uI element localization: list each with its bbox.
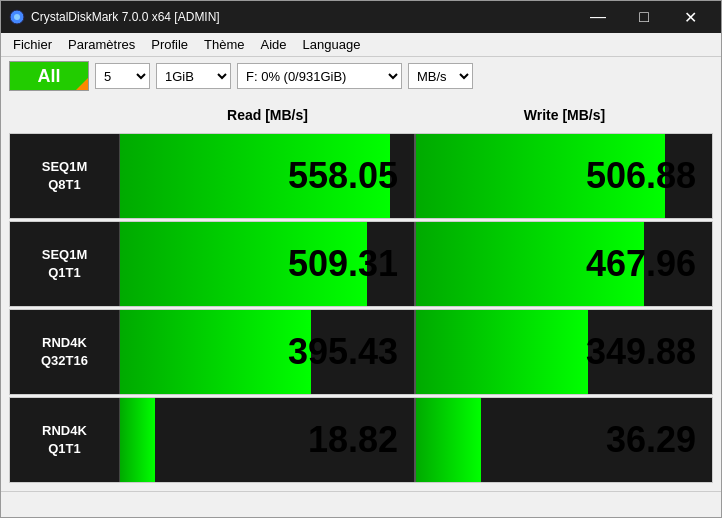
maximize-button[interactable]: □ xyxy=(621,1,667,33)
read-cell-2: 395.43 xyxy=(120,310,416,394)
app-window: CrystalDiskMark 7.0.0 x64 [ADMIN] — □ ✕ … xyxy=(0,0,722,518)
row-label-2: RND4K Q32T16 xyxy=(10,310,120,394)
table-row: RND4K Q32T16 395.43 349.88 xyxy=(9,309,713,395)
write-value-3: 36.29 xyxy=(606,419,696,461)
menu-language[interactable]: Language xyxy=(295,33,369,56)
table-row: SEQ1M Q8T1 558.05 506.88 xyxy=(9,133,713,219)
header-read: Read [MB/s] xyxy=(119,101,416,129)
menu-theme[interactable]: Thème xyxy=(196,33,252,56)
read-cell-1: 509.31 xyxy=(120,222,416,306)
write-cell-2: 349.88 xyxy=(416,310,712,394)
table-row: RND4K Q1T1 18.82 36.29 xyxy=(9,397,713,483)
title-bar: CrystalDiskMark 7.0.0 x64 [ADMIN] — □ ✕ xyxy=(1,1,721,33)
row-label-3: RND4K Q1T1 xyxy=(10,398,120,482)
write-value-2: 349.88 xyxy=(586,331,696,373)
read-value-2: 395.43 xyxy=(288,331,398,373)
read-cell-0: 558.05 xyxy=(120,134,416,218)
menu-bar: Fichier Paramètres Profile Thème Aide La… xyxy=(1,33,721,57)
read-cell-3: 18.82 xyxy=(120,398,416,482)
menu-fichier[interactable]: Fichier xyxy=(5,33,60,56)
header-write: Write [MB/s] xyxy=(416,101,713,129)
table-row: SEQ1M Q1T1 509.31 467.96 xyxy=(9,221,713,307)
runs-select[interactable]: 5 1 3 xyxy=(95,63,150,89)
size-select[interactable]: 1GiB 512MiB 256MiB xyxy=(156,63,231,89)
all-button[interactable]: All xyxy=(9,61,89,91)
read-value-3: 18.82 xyxy=(308,419,398,461)
table-body: SEQ1M Q8T1 558.05 506.88 SEQ1M Q1T1 509.… xyxy=(9,131,713,483)
menu-profile[interactable]: Profile xyxy=(143,33,196,56)
app-icon xyxy=(9,9,25,25)
main-content: Read [MB/s] Write [MB/s] SEQ1M Q8T1 558.… xyxy=(1,95,721,491)
read-value-0: 558.05 xyxy=(288,155,398,197)
unit-select[interactable]: MB/s GB/s xyxy=(408,63,473,89)
write-cell-0: 506.88 xyxy=(416,134,712,218)
row-label-1: SEQ1M Q1T1 xyxy=(10,222,120,306)
svg-point-1 xyxy=(14,14,20,20)
toolbar: All 5 1 3 1GiB 512MiB 256MiB F: 0% (0/93… xyxy=(1,57,721,95)
close-button[interactable]: ✕ xyxy=(667,1,713,33)
write-value-1: 467.96 xyxy=(586,243,696,285)
minimize-button[interactable]: — xyxy=(575,1,621,33)
header-label-col xyxy=(9,101,119,129)
table-header: Read [MB/s] Write [MB/s] xyxy=(9,101,713,129)
menu-parametres[interactable]: Paramètres xyxy=(60,33,143,56)
window-title: CrystalDiskMark 7.0.0 x64 [ADMIN] xyxy=(31,10,575,24)
write-cell-1: 467.96 xyxy=(416,222,712,306)
write-value-0: 506.88 xyxy=(586,155,696,197)
read-value-1: 509.31 xyxy=(288,243,398,285)
window-controls: — □ ✕ xyxy=(575,1,713,33)
status-bar xyxy=(1,491,721,517)
write-cell-3: 36.29 xyxy=(416,398,712,482)
drive-select[interactable]: F: 0% (0/931GiB) xyxy=(237,63,402,89)
menu-aide[interactable]: Aide xyxy=(253,33,295,56)
row-label-0: SEQ1M Q8T1 xyxy=(10,134,120,218)
